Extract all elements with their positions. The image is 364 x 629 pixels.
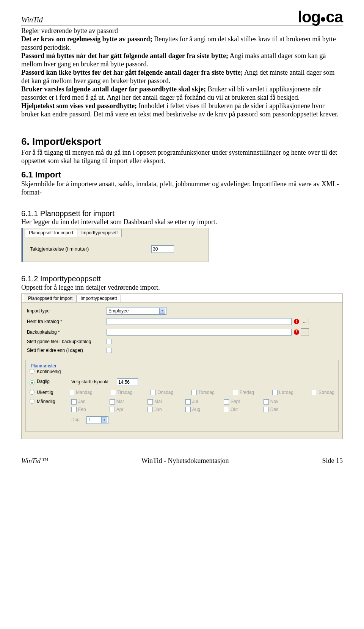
input-backup[interactable] [107,329,292,336]
section-title: Regler vedrørende bytte av passord [21,27,343,35]
screenshot-importtype: Planoppsett for import Importtypeoppsett… [21,293,343,439]
footer-center: WinTid - Nyhetsdokumentasjon [141,457,229,465]
s612-text: Oppsett for å legge inn detaljer vedrøre… [21,284,343,292]
label-dag: Dag [71,417,86,423]
page-footer: WinTid TM WinTid - Nyhetsdokumentasjon S… [21,456,343,477]
browse-button[interactable]: ... [301,318,309,325]
checkbox-day[interactable] [69,390,74,395]
checkbox-slett[interactable] [107,339,112,344]
checkbox-day[interactable] [272,390,278,395]
label-import-type: Import type [27,308,107,314]
tab-planoppsett[interactable]: Planoppsett for import [25,229,77,237]
s6-intro: For å få tilgang til menyen må du gå inn… [21,149,343,165]
radio-kontinuerlig[interactable] [30,369,35,374]
browse-button[interactable]: ... [301,328,309,336]
checkbox-day[interactable] [111,390,116,395]
input-time[interactable] [117,378,138,386]
heading-6-1-2: 6.1.2 Importtypeoppsett [21,274,343,283]
radio-ukentlig[interactable] [30,390,35,395]
label-takt: Taktgjentakelse (i minutter) [30,246,151,252]
radio-manedlig[interactable] [30,399,35,404]
select-dag[interactable]: 1▼ [86,416,108,424]
s611-text: Her legger du inn det intervallet som Da… [21,218,343,226]
fieldset-planmonster: Planmønster Kontinuerlig Daglig Velg sta… [25,360,339,431]
para-bold: Hjelpetekst som vises ved passordbytte; [21,102,137,110]
para-bold: Passord kan ikke byttes før det har gått… [21,69,243,76]
select-import-type[interactable]: Employee ▼ [107,307,166,315]
label-hent: Hent fra katalog * [27,319,107,325]
tab-importtype[interactable]: Importtypeoppsett [76,295,121,303]
chevron-down-icon: ▼ [159,308,165,314]
screenshot-planoppsett: Planoppsett for import Importtypeoppsett… [21,228,209,262]
warning-icon: ! [294,329,299,335]
para-bold: Det er krav om regelmessig bytte av pass… [21,35,152,43]
label-slett-dager: Slett filer eldre enn (i dager) [27,348,107,353]
s61-text: Skjermbilde for å importere ansatt, sald… [21,180,343,197]
checkbox-day[interactable] [151,390,156,395]
heading-6-1: 6.1 Import [21,170,343,180]
input-hent[interactable] [107,318,292,325]
para-bold: Bruker varsles følgende antall dager før… [21,85,206,93]
checkbox-slett-dager[interactable] [107,348,112,353]
logo: logca [298,9,343,25]
page-header: WinTid logca [21,0,343,25]
product-name: WinTid [21,16,43,25]
tab-planoppsett[interactable]: Planoppsett for import [24,295,77,303]
heading-6-1-1: 6.1.1 Planoppsett for import [21,209,343,218]
warning-icon: ! [294,319,299,324]
label-velg: Velg starttidspunkt [71,379,117,385]
checkbox-day[interactable] [191,390,197,395]
label-backup: Backupkatalog * [27,329,107,335]
checkbox-day[interactable] [312,390,317,395]
label-slett: Slett gamle filer i backupkatalog [27,339,107,345]
checkbox-day[interactable] [233,390,238,395]
heading-6: 6. Import/eksport [21,136,343,148]
chevron-down-icon: ▼ [101,417,107,423]
legend-planmonster: Planmønster [30,363,58,369]
tab-importtype[interactable]: Importtypeoppsett [77,229,122,237]
input-takt[interactable] [151,245,174,253]
radio-daglig[interactable] [30,380,35,385]
para-bold: Passord må byttes når det har gått følge… [21,52,228,60]
footer-page: Side 15 [322,457,343,465]
